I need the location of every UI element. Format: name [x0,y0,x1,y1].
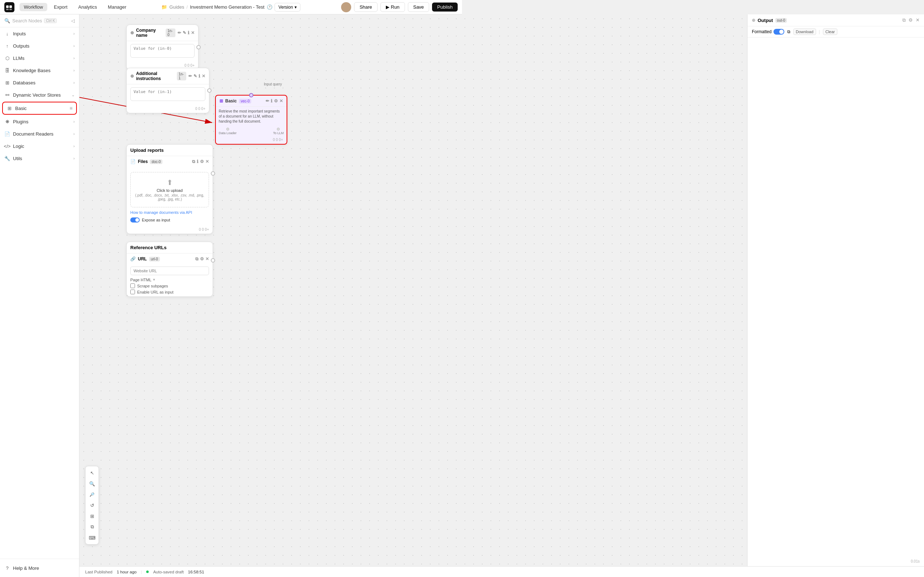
chevron-icon: › [73,81,75,85]
chevron-icon: › [73,144,75,148]
search-shortcut: Ctrl K [44,18,57,23]
chevron-icon: › [73,31,75,36]
sidebar-item-plugins[interactable]: ❋ Plugins › [0,115,79,128]
svg-rect-1 [6,5,9,8]
node-company-badge: 1n-0 [166,29,175,37]
upload-cloud-icon: ⬆ [134,178,205,187]
connector-right[interactable] [196,45,201,49]
sidebar-item-logic[interactable]: </> Logic › [0,140,79,152]
svg-rect-4 [10,9,12,10]
node-basic-dvs-desc: Retrieve the most important segments of … [216,107,287,126]
scrape-checkbox[interactable] [130,284,135,288]
sidebar-label-basic: Basic [15,106,27,111]
settings-icon[interactable]: ⚙ [200,256,204,261]
node-company-input[interactable] [130,44,195,58]
close-icon[interactable]: ✕ [205,256,209,261]
sidebar-label-doc-readers: Document Readers [13,131,53,137]
port-dot-right [277,128,280,131]
copy-icon[interactable]: ⧉ [192,159,195,164]
version-button[interactable]: Version ▾ [275,3,300,11]
avatar[interactable] [341,2,351,12]
breadcrumb-sep: / [187,4,188,10]
copy-icon[interactable]: ⧉ [195,256,199,261]
breadcrumb-guides[interactable]: Guides [169,4,184,10]
node-instructions-title: Additional instructions [136,71,175,81]
sidebar-item-dynamic-vector-stores[interactable]: ⚯ Dynamic Vector Stores ⌄ [0,89,79,101]
sidebar-item-basic[interactable]: ⊞ Basic ≡ [2,102,77,115]
search-icon: 🔍 [4,18,10,23]
dvs-icon: ⊞ [220,98,223,103]
close-icon[interactable]: ✕ [191,30,195,35]
breadcrumb-project[interactable]: Investment Memo Generation - Test [190,4,264,10]
scrape-subpages-row[interactable]: Scrape subpages [130,284,209,288]
nav-tab-workflow[interactable]: Workflow [19,3,47,11]
sidebar-item-outputs[interactable]: ↑ Outputs › [0,40,79,52]
info-icon[interactable]: ℹ [197,159,199,164]
connector-right[interactable] [211,171,215,176]
expose-toggle-switch[interactable] [130,218,140,222]
settings-icon[interactable]: ⚙ [274,98,278,103]
nav-tab-manager[interactable]: Manager [103,3,131,11]
info-icon[interactable]: ℹ [271,98,273,103]
node-company-body [127,41,198,62]
sidebar: 🔍 Search Nodes Ctrl K ◁ ↓ Inputs › ↑ Out… [0,15,79,288]
play-icon: ▶ [386,4,389,10]
share-button[interactable]: Share [354,2,378,12]
node-refurl-title: Reference URLs [127,242,213,253]
nav-tab-export[interactable]: Export [50,3,72,11]
sidebar-item-databases[interactable]: ⊞ Databases › [0,76,79,89]
info-icon[interactable]: ℹ [199,74,200,79]
nav-tab-analytics[interactable]: Analytics [74,3,102,11]
pencil-icon[interactable]: ✎ [194,74,197,79]
connector-right[interactable] [211,258,215,263]
node-refurl-header: 🔗 URL url-0 ⧉ ⚙ ✕ [127,253,213,264]
sidebar-item-inputs[interactable]: ↓ Inputs › [0,27,79,40]
database-icon: 🗄 [4,68,10,73]
node-instructions-input[interactable] [130,87,205,101]
close-icon[interactable]: ✕ [202,74,205,79]
node-upload-reports: Upload reports 📄 Files doc-0 ⧉ ℹ ⚙ ✕ ⬆ C… [126,144,213,234]
settings-icon[interactable]: ⚙ [200,159,204,164]
history-icon: 🕐 [267,4,273,10]
node-instructions-icons: ✏ ✎ ℹ ✕ [188,74,205,79]
svg-rect-3 [6,9,9,10]
publish-button[interactable]: Publish [432,3,458,11]
node-instructions-footer: 0 0 0+ [127,105,209,113]
menu-icon[interactable]: ≡ [69,105,73,111]
edit-icon[interactable]: ✏ [188,74,192,79]
node-url-label: URL [138,256,147,261]
connector-right[interactable] [207,89,212,93]
sidebar-item-utils[interactable]: 🔧 Utils › [0,152,79,164]
node-refurl-body: Page HTML ▾ Scrape subpages Enable URL a… [127,264,213,288]
run-button[interactable]: ▶ Run [380,2,405,12]
node-upload-body: ⬆ Click to upload (.pdf, .doc, .docx, .t… [127,167,213,226]
url-input[interactable] [130,266,209,275]
node-company-icons: ✏ ✎ ℹ ✕ [178,30,195,35]
search-nodes-area: 🔍 Search Nodes Ctrl K ◁ [0,15,79,27]
upload-click-text: Click to upload [134,188,205,193]
close-icon[interactable]: ✕ [279,98,283,103]
close-icon[interactable]: ✕ [205,159,209,164]
sidebar-item-knowledge-bases[interactable]: 🗄 Knowledge Bases › [0,64,79,76]
canvas[interactable]: ⊕ Company name 1n-0 ✏ ✎ ℹ ✕ 0 0 0+ ⊕ Add… [79,15,462,288]
save-button[interactable]: Save [408,2,430,12]
sidebar-item-document-readers[interactable]: 📄 Document Readers › [0,128,79,140]
port-to-llm[interactable]: To LLM [273,128,284,135]
collapse-icon[interactable]: ◁ [71,18,75,23]
port-data-loader[interactable]: Data Loader [219,128,237,135]
pencil-icon[interactable]: ✎ [183,30,186,35]
upload-area[interactable]: ⬆ Click to upload (.pdf, .doc, .docx, .t… [130,172,209,207]
search-label: Search Nodes [12,18,42,23]
chevron-icon: › [73,132,75,136]
grid-icon: ⊞ [4,80,10,85]
node-upload-footer: 0 0 0+ [127,226,213,234]
expose-toggle[interactable]: Expose as input [130,216,209,224]
api-link[interactable]: How to manage documents via API [130,210,209,214]
chevron-icon: › [73,68,75,73]
info-icon[interactable]: ℹ [188,30,189,35]
connector-top[interactable] [249,93,254,97]
sidebar-item-llms[interactable]: ⬡ LLMs › [0,52,79,64]
dvs-icon: ⚯ [4,92,10,98]
edit-icon[interactable]: ✏ [266,98,269,103]
edit-icon[interactable]: ✏ [178,30,181,35]
